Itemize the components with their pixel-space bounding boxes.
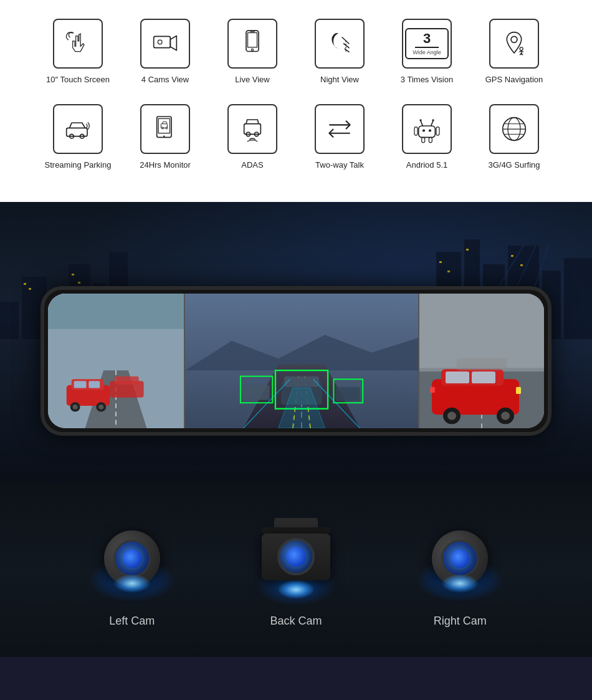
feature-gps-nav: GPS Navigation [474,19,555,85]
svg-rect-48 [24,283,26,285]
left-cam-item: Left Cam [85,512,179,628]
svg-rect-92 [335,386,360,401]
svg-rect-102 [446,372,469,383]
left-cam-lens [113,540,151,577]
live-view-icon-box [227,19,277,69]
svg-point-10 [511,36,517,42]
right-cam-lens [441,540,479,577]
two-way-talk-icon-box [315,104,365,154]
svg-rect-108 [516,386,521,393]
feature-android: Andriod 5.1 [386,104,467,171]
feature-two-way-talk: Two-way Talk [299,104,380,171]
svg-rect-91 [244,385,270,400]
feature-24hrs-monitor: 24Hrs Monitor [125,104,206,171]
adas-label: ADAS [241,160,263,171]
svg-line-8 [345,49,349,52]
svg-rect-36 [429,137,432,142]
cameras-section: Left Cam Back Cam [0,482,592,657]
svg-rect-57 [564,258,592,339]
svg-point-4 [251,49,253,50]
svg-point-11 [520,47,523,50]
feature-touch-screen: 10″ Touch Srceen [37,19,118,85]
svg-point-77 [98,405,103,410]
svg-rect-33 [414,127,418,135]
touch-screen-label: 10″ Touch Srceen [46,75,110,85]
features-row-1: 10″ Touch Srceen 4 Cams View [12,19,580,85]
svg-point-31 [423,129,425,132]
24hrs-monitor-label: 24Hrs Monitor [140,160,191,171]
svg-rect-103 [472,372,495,383]
svg-rect-59 [447,271,450,272]
svg-rect-60 [466,249,469,251]
24hrs-monitor-icon-box [140,104,190,154]
svg-rect-34 [436,127,439,135]
feature-times-vision: 3 Wide Angle 3 Times Vision [386,19,467,85]
svg-point-32 [429,129,431,132]
svg-rect-72 [74,381,87,388]
back-cam-label: Back Cam [270,615,322,628]
right-cam-item: Right Cam [413,512,507,628]
live-view-label: Live View [235,75,269,85]
feature-cams-view: 4 Cams View [125,19,206,85]
svg-rect-26 [419,126,436,137]
streaming-parking-label: Streaming Parking [45,160,112,171]
svg-rect-35 [422,137,425,142]
surfing-icon-box [489,104,539,154]
mirror-screen [48,294,544,428]
night-view-icon-box [315,19,365,69]
right-cam-label: Right Cam [434,615,487,628]
svg-rect-42 [0,302,19,339]
cams-view-icon-box [140,19,190,69]
right-cam-visual [413,512,507,605]
svg-line-27 [421,121,423,126]
svg-rect-62 [520,264,523,266]
svg-rect-51 [78,282,80,284]
touch-screen-icon-box [53,19,103,69]
feature-night-view: Night View [299,19,380,85]
svg-rect-50 [72,274,74,276]
features-row-2: Streaming Parking 24Hrs Monitor [12,104,580,171]
svg-point-107 [501,411,510,420]
left-cam-lens-inner [123,549,141,568]
gps-nav-label: GPS Navigation [485,75,543,85]
svg-point-105 [447,411,456,420]
streaming-parking-icon-box [53,104,103,154]
android-label: Andriod 5.1 [406,160,448,171]
svg-line-7 [344,44,349,48]
svg-point-20 [163,135,165,137]
svg-rect-61 [511,255,513,257]
svg-rect-3 [248,33,257,47]
svg-point-1 [158,40,162,44]
svg-rect-15 [157,117,171,137]
svg-line-28 [431,121,433,126]
middle-cam-panel [185,294,419,428]
gps-nav-icon-box [489,19,539,69]
svg-rect-58 [439,261,442,263]
night-view-label: Night View [320,75,359,85]
mirror-device [41,286,551,436]
svg-point-75 [73,405,78,410]
feature-live-view: Live View [212,19,293,85]
times-vision-label: 3 Times Vision [401,75,453,85]
times-vision-icon-box: 3 Wide Angle [402,19,452,69]
surfing-label: 3G/4G Surfing [488,160,540,171]
svg-rect-109 [430,386,435,392]
feature-surfing: 3G/4G Surfing [474,104,555,171]
svg-rect-73 [88,381,100,388]
right-cam-panel [419,294,544,428]
right-cam-lens-inner [451,549,469,568]
svg-point-29 [419,119,421,121]
back-cam-item: Back Cam [249,512,343,628]
feature-streaming-parking: Streaming Parking [37,104,118,171]
svg-rect-90 [284,376,319,386]
svg-rect-49 [29,288,31,290]
android-icon-box [402,104,452,154]
mirror-section [0,202,592,482]
svg-rect-79 [115,376,139,384]
svg-rect-110 [457,358,507,370]
svg-rect-16 [158,118,169,133]
left-cam-visual [85,512,179,605]
svg-point-30 [432,119,434,121]
feature-adas: ADAS [212,104,293,171]
back-cam-visual [249,512,343,605]
